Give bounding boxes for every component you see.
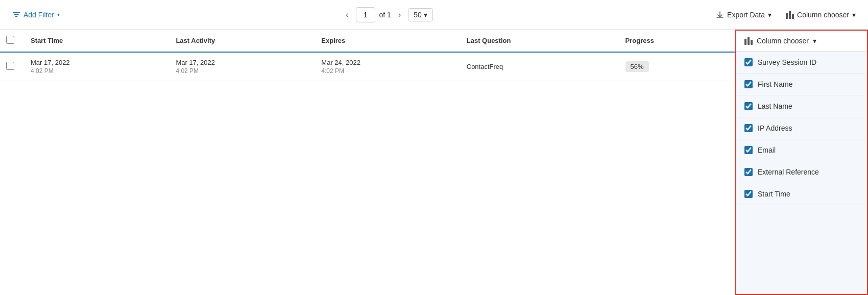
filter-icon — [12, 11, 20, 19]
column-chooser-checkbox-1[interactable] — [744, 80, 753, 88]
column-chooser-chevron-icon: ▾ — [852, 11, 856, 19]
column-chooser-label: Column chooser — [797, 11, 849, 19]
column-chooser-item-label-0: Survey Session ID — [758, 58, 816, 66]
export-icon — [716, 11, 724, 19]
col-checkbox — [0, 30, 22, 52]
export-data-button[interactable]: Export Data ▾ — [712, 9, 776, 21]
column-chooser-checkbox-2[interactable] — [744, 102, 753, 110]
export-label: Export Data — [727, 11, 765, 19]
column-chooser-item-4[interactable]: Email — [736, 139, 867, 161]
col-expires: Expires — [313, 30, 458, 52]
pagination: ‹ of 1 › 50 ▾ — [343, 7, 433, 22]
col-start-time: Start Time — [22, 30, 167, 52]
column-chooser-title-chevron-icon: ▾ — [813, 37, 816, 45]
top-bar-left: Add Filter ▾ — [8, 9, 64, 21]
sessions-table: Start Time Last Activity Expires Last Qu… — [0, 30, 735, 81]
add-filter-chevron-icon: ▾ — [57, 12, 60, 17]
column-chooser-item-1[interactable]: First Name — [736, 73, 867, 95]
col-last-question: Last Question — [459, 30, 617, 52]
top-bar-right: Export Data ▾ Column chooser ▾ — [712, 9, 860, 21]
row-last-activity: Mar 17, 2022 4:02 PM — [167, 52, 313, 81]
column-chooser-item-0[interactable]: Survey Session ID — [736, 52, 867, 73]
column-chooser-item-label-2: Last Name — [758, 102, 792, 110]
main-content: Start Time Last Activity Expires Last Qu… — [0, 30, 868, 295]
col-last-activity: Last Activity — [167, 30, 313, 52]
table-header-row: Start Time Last Activity Expires Last Qu… — [0, 30, 735, 52]
row-progress: 56% — [617, 52, 735, 81]
column-chooser-item-label-3: IP Address — [758, 124, 792, 132]
column-chooser-item-3[interactable]: IP Address — [736, 117, 867, 139]
table-area: Start Time Last Activity Expires Last Qu… — [0, 30, 735, 295]
column-chooser-checkbox-5[interactable] — [744, 168, 753, 176]
table-row: Mar 17, 2022 4:02 PM Mar 17, 2022 4:02 P… — [0, 52, 735, 81]
page-number-input[interactable] — [356, 7, 375, 22]
of-total-label: of 1 — [379, 11, 391, 19]
row-last-question: ContactFreq — [459, 52, 617, 81]
prev-page-button[interactable]: ‹ — [343, 8, 351, 21]
column-chooser-item-5[interactable]: External Reference — [736, 161, 867, 183]
column-chooser-item-label-1: First Name — [758, 80, 792, 88]
add-filter-button[interactable]: Add Filter ▾ — [8, 9, 64, 21]
column-chooser-button[interactable]: Column chooser ▾ — [782, 9, 860, 21]
column-chooser-item-6[interactable]: Start Time — [736, 183, 867, 205]
row-checkbox[interactable] — [6, 62, 14, 70]
next-page-button[interactable]: › — [395, 8, 404, 21]
row-checkbox-cell — [0, 52, 22, 81]
column-chooser-checkbox-6[interactable] — [744, 190, 753, 198]
column-chooser-item-label-5: External Reference — [758, 168, 819, 176]
column-chooser-icon — [786, 11, 794, 19]
column-chooser-panel: Column chooser ▾ Survey Session IDFirst … — [735, 30, 868, 295]
column-chooser-list: Survey Session IDFirst NameLast NameIP A… — [736, 52, 867, 205]
column-chooser-checkbox-3[interactable] — [744, 124, 753, 132]
per-page-value: 50 — [414, 11, 422, 19]
per-page-chevron-icon: ▾ — [424, 11, 427, 19]
add-filter-label: Add Filter — [23, 11, 54, 19]
column-chooser-item-2[interactable]: Last Name — [736, 95, 867, 117]
select-all-checkbox[interactable] — [6, 36, 14, 44]
column-chooser-title[interactable]: Column chooser ▾ — [744, 37, 816, 45]
column-chooser-item-label-4: Email — [758, 146, 776, 154]
row-expires: Mar 24, 2022 4:02 PM — [313, 52, 458, 81]
top-bar: Add Filter ▾ ‹ of 1 › 50 ▾ Export Data ▾… — [0, 0, 868, 30]
col-progress: Progress — [617, 30, 735, 52]
column-chooser-checkbox-4[interactable] — [744, 146, 753, 154]
export-chevron-icon: ▾ — [768, 11, 771, 19]
per-page-select[interactable]: 50 ▾ — [408, 8, 433, 21]
column-chooser-panel-header: Column chooser ▾ — [736, 31, 867, 52]
row-start-time: Mar 17, 2022 4:02 PM — [22, 52, 167, 81]
column-chooser-title-icon — [744, 37, 753, 45]
column-chooser-checkbox-0[interactable] — [744, 58, 753, 66]
column-chooser-item-label-6: Start Time — [758, 190, 790, 198]
